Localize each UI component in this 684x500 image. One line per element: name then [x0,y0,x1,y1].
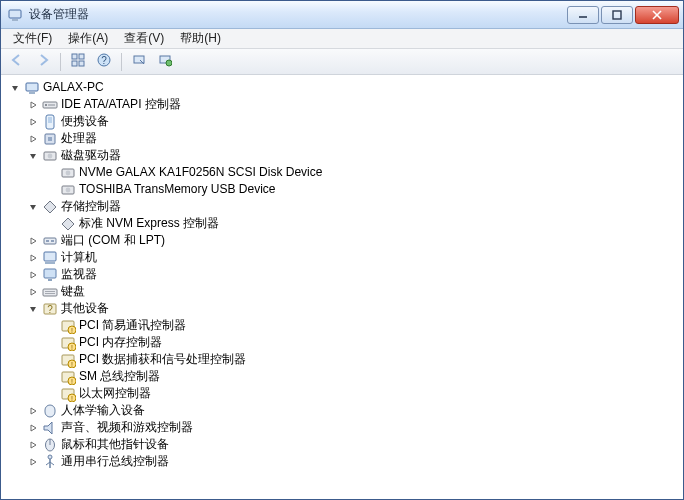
refresh-icon [158,53,172,70]
node-label: 便携设备 [61,113,109,130]
toolbar-separator [121,53,122,71]
node-computer[interactable]: 计算机 [27,249,683,266]
mouse-icon [42,437,58,453]
svg-rect-39 [72,61,77,66]
minimize-button[interactable] [567,6,599,24]
node-monitors[interactable]: 监视器 [27,266,683,283]
node-label: 磁盘驱动器 [61,147,121,164]
menu-view[interactable]: 查看(V) [116,28,172,49]
expand-icon[interactable] [27,252,39,264]
collapse-icon[interactable] [27,201,39,213]
refresh-button[interactable] [153,51,177,73]
storage-icon [60,216,76,232]
expand-icon[interactable] [9,82,21,94]
svg-point-45 [166,60,172,66]
warning-device-icon [60,386,76,402]
node-label: NVMe GALAX KA1F0256N SCSI Disk Device [79,164,322,181]
storage-icon [42,199,58,215]
view-icon [71,53,85,70]
node-label: 其他设备 [61,300,109,317]
node-portable[interactable]: 便携设备 [27,113,683,130]
expand-icon[interactable] [27,456,39,468]
node-label: 声音、视频和游戏控制器 [61,419,193,436]
node-storage-nvm[interactable]: 标准 NVM Express 控制器 [45,215,683,232]
back-button[interactable] [5,51,29,73]
node-disk-drives[interactable]: 磁盘驱动器 [27,147,683,164]
node-label: 通用串行总线控制器 [61,453,169,470]
node-other-pci-comm[interactable]: PCI 简易通讯控制器 [45,317,683,334]
maximize-button[interactable] [601,6,633,24]
warning-device-icon [60,335,76,351]
expand-icon[interactable] [27,422,39,434]
node-ide[interactable]: IDE ATA/ATAPI 控制器 [27,96,683,113]
tree-root-label: GALAX-PC [43,79,104,96]
node-sound[interactable]: 声音、视频和游戏控制器 [27,419,683,436]
other-icon [42,301,58,317]
svg-rect-40 [79,61,84,66]
node-label: PCI 数据捕获和信号处理控制器 [79,351,246,368]
forward-button[interactable] [31,51,55,73]
menu-help[interactable]: 帮助(H) [172,28,229,49]
expand-icon[interactable] [27,116,39,128]
collapse-icon[interactable] [27,303,39,315]
toolbar: ? [1,49,683,75]
tree-root[interactable]: GALAX-PC [9,79,683,96]
node-other-ethernet[interactable]: 以太网控制器 [45,385,683,402]
node-mouse[interactable]: 鼠标和其他指针设备 [27,436,683,453]
scan-button[interactable] [127,51,151,73]
expand-icon[interactable] [27,235,39,247]
node-disk-nvme[interactable]: NVMe GALAX KA1F0256N SCSI Disk Device [45,164,683,181]
node-storage-controllers[interactable]: 存储控制器 [27,198,683,215]
svg-text:?: ? [101,55,107,66]
forward-icon [36,53,50,70]
back-icon [10,53,24,70]
svg-rect-38 [79,54,84,59]
node-hid[interactable]: 人体学输入设备 [27,402,683,419]
node-label: 人体学输入设备 [61,402,145,419]
scan-icon [132,53,146,70]
node-label: PCI 简易通讯控制器 [79,317,186,334]
node-processors[interactable]: 处理器 [27,130,683,147]
expand-icon[interactable] [27,99,39,111]
expand-icon[interactable] [27,133,39,145]
titlebar[interactable]: 设备管理器 [1,1,683,29]
collapse-icon[interactable] [27,150,39,162]
keyboard-icon [42,284,58,300]
disk-icon [60,182,76,198]
node-label: IDE ATA/ATAPI 控制器 [61,96,181,113]
menubar: 文件(F) 操作(A) 查看(V) 帮助(H) [1,29,683,49]
computer-icon [42,250,58,266]
menu-file[interactable]: 文件(F) [5,28,60,49]
expand-icon[interactable] [27,286,39,298]
view-button[interactable] [66,51,90,73]
ide-icon [42,97,58,113]
node-disk-usb[interactable]: TOSHIBA TransMemory USB Device [45,181,683,198]
device-tree-panel[interactable]: GALAX-PC IDE ATA/ATAPI 控制器 便携设备 处理器 磁盘驱动… [1,75,683,499]
warning-device-icon [60,369,76,385]
svg-rect-37 [72,54,77,59]
expand-icon[interactable] [27,269,39,281]
help-icon: ? [97,53,111,70]
node-other-pci-mem[interactable]: PCI 内存控制器 [45,334,683,351]
toolbar-separator [60,53,61,71]
node-label: 监视器 [61,266,97,283]
node-other-devices[interactable]: 其他设备 [27,300,683,317]
node-keyboards[interactable]: 键盘 [27,283,683,300]
app-icon [7,7,23,23]
warning-device-icon [60,318,76,334]
node-label: 计算机 [61,249,97,266]
menu-action[interactable]: 操作(A) [60,28,116,49]
expand-icon[interactable] [27,439,39,451]
node-other-pci-data[interactable]: PCI 数据捕获和信号处理控制器 [45,351,683,368]
expand-icon[interactable] [27,405,39,417]
computer-icon [24,80,40,96]
help-button[interactable]: ? [92,51,116,73]
svg-rect-34 [613,11,621,19]
close-button[interactable] [635,6,679,24]
portable-icon [42,114,58,130]
node-usb[interactable]: 通用串行总线控制器 [27,453,683,470]
node-other-sm-bus[interactable]: SM 总线控制器 [45,368,683,385]
node-ports[interactable]: 端口 (COM 和 LPT) [27,232,683,249]
node-label: 存储控制器 [61,198,121,215]
node-label: 键盘 [61,283,85,300]
